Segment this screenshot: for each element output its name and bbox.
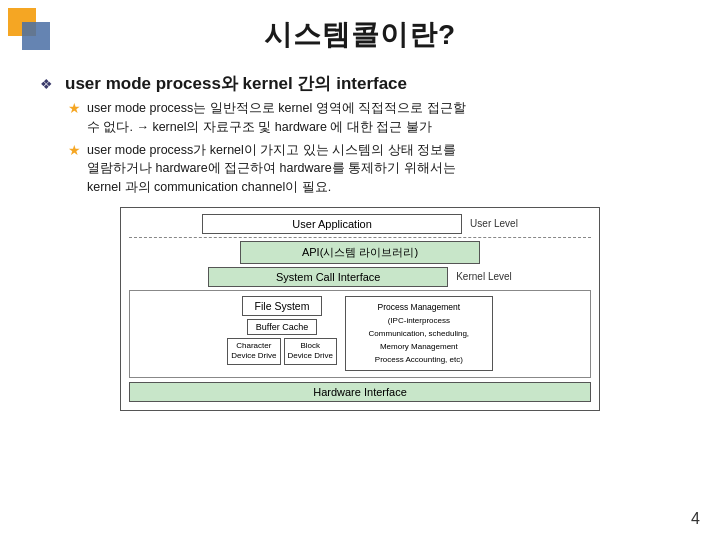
user-app-row: User Application User Level	[129, 214, 591, 234]
character-device-box: CharacterDevice Drive	[227, 338, 280, 365]
user-application-box: User Application	[202, 214, 462, 234]
left-kernel-col: File System Buffer Cache CharacterDevice…	[227, 296, 337, 371]
hardware-interface-box: Hardware Interface	[129, 382, 591, 402]
api-row: API(시스템 라이브러리)	[129, 241, 591, 264]
star-bullet-1: ★	[68, 100, 81, 116]
system-call-box: System Call Interface	[208, 267, 448, 287]
diagram-container: User Application User Level API(시스템 라이브러…	[120, 207, 600, 411]
block-device-box: BlockDevice Drive	[284, 338, 337, 365]
dashed-divider	[129, 237, 591, 238]
page-title: 시스템콜이란?	[40, 16, 680, 54]
right-kernel-col: Process Management (IPC-interprocess Com…	[345, 296, 493, 371]
main-content: 시스템콜이란? ❖ user mode process와 kernel 간의 i…	[0, 0, 720, 540]
syscall-row: System Call Interface Kernel Level	[129, 267, 591, 287]
bullet-text-1: user mode process는 일반적으로 kernel 영역에 직접적으…	[87, 99, 466, 137]
user-level-label: User Level	[470, 218, 518, 229]
diamond-bullet: ❖	[40, 76, 53, 92]
char-block-row: CharacterDevice Drive BlockDevice Drive	[227, 338, 337, 365]
file-system-box: File System	[242, 296, 323, 316]
process-management-box: Process Management (IPC-interprocess Com…	[345, 296, 493, 371]
kernel-internals: File System Buffer Cache CharacterDevice…	[129, 290, 591, 378]
bullet-item-1: ★ user mode process는 일반적으로 kernel 영역에 직접…	[68, 99, 680, 137]
section-1: ❖ user mode process와 kernel 간의 interface…	[40, 72, 680, 197]
kernel-level-label: Kernel Level	[456, 271, 512, 282]
fs-pm-row: File System Buffer Cache CharacterDevice…	[135, 296, 585, 371]
bullet-text-2: user mode process가 kernel이 가지고 있는 시스템의 상…	[87, 141, 456, 197]
page-number: 4	[691, 510, 700, 528]
star-bullet-2: ★	[68, 142, 81, 158]
api-box: API(시스템 라이브러리)	[240, 241, 480, 264]
section-header-text: user mode process와 kernel 간의 interface	[65, 72, 407, 95]
bullet-item-2: ★ user mode process가 kernel이 가지고 있는 시스템의…	[68, 141, 680, 197]
buffer-cache-box: Buffer Cache	[247, 319, 317, 335]
